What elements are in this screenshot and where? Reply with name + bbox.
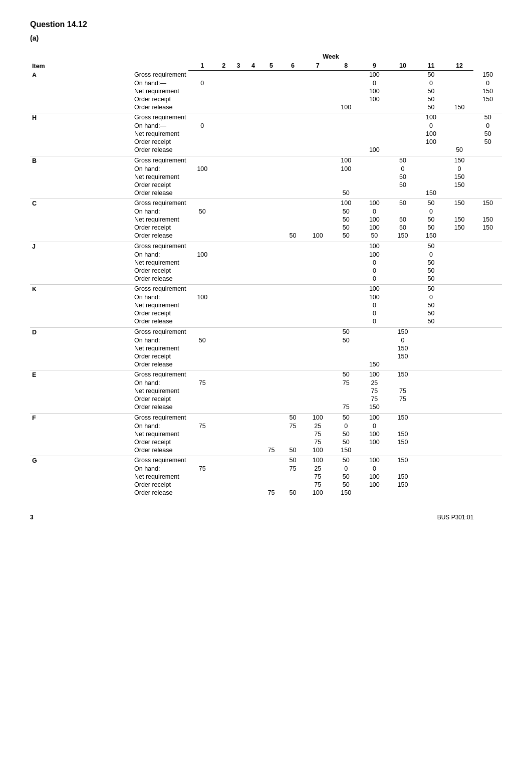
cell-H-r4-w9 <box>389 146 417 154</box>
cell-J-r3-w5 <box>282 267 304 275</box>
cell-B-r1-w10 <box>417 165 445 173</box>
row-label-B-4: Order release <box>130 189 188 197</box>
cell-J-r3-w11 <box>445 267 474 275</box>
row-label-K-0: Gross requirement <box>130 285 188 294</box>
cell-C-r2-w8: 100 <box>360 216 389 224</box>
cell-E-r4-w1 <box>216 403 231 411</box>
cell-H-r1-w7 <box>332 122 360 130</box>
cell-J-r2-w10: 50 <box>417 259 445 267</box>
item-letter-E <box>30 395 130 403</box>
cell-G-r3-w7: 50 <box>332 481 360 489</box>
cell-K-r2-w5 <box>282 301 304 309</box>
cell-H-r2-w5 <box>282 130 304 138</box>
cell-A-r4-w2 <box>231 103 245 111</box>
on-hand-val-G: 75 <box>188 465 217 473</box>
cell-K-r3-w9 <box>389 309 417 317</box>
cell-E-r2-w12 <box>473 387 502 395</box>
cell-F-r4-w1 <box>216 446 231 454</box>
cell-A-r1-w10: 0 <box>417 79 445 87</box>
cell-G-r3-w10 <box>417 481 445 489</box>
cell-C-r0-w5 <box>282 199 304 208</box>
cell-D-r2-w4 <box>260 344 282 352</box>
cell-C-r2-w7: 50 <box>332 216 360 224</box>
cell-A-r1-w2 <box>231 79 245 87</box>
empty-J-2 <box>188 259 217 267</box>
cell-K-r0-w2 <box>231 285 245 294</box>
cell-H-r1-w1 <box>216 122 231 130</box>
cell-D-r1-w11 <box>445 336 474 344</box>
cell-B-r0-w2 <box>231 156 245 165</box>
cell-A-r3-w3 <box>246 95 260 103</box>
cell-B-r2-w4 <box>260 173 282 181</box>
item-letter-A <box>30 87 130 95</box>
cell-E-r2-w8: 75 <box>360 387 389 395</box>
cell-J-r1-w2 <box>231 251 245 259</box>
cell-J-r1-w9 <box>389 251 417 259</box>
cell-F-r4-w7: 150 <box>332 446 360 454</box>
cell-C-r0-w10: 50 <box>417 199 445 208</box>
empty-A-0 <box>188 71 217 79</box>
row-label-C-4: Order release <box>130 232 188 240</box>
empty-D-0 <box>188 327 217 336</box>
cell-H-r1-w5 <box>282 122 304 130</box>
cell-G-r0-w10 <box>417 456 445 465</box>
cell-C-r4-w2 <box>231 232 245 240</box>
row-label-G-1: On hand: <box>130 465 188 473</box>
cell-E-r2-w11 <box>445 387 474 395</box>
cell-K-r4-w2 <box>231 317 245 325</box>
cell-J-r3-w6 <box>304 267 332 275</box>
cell-D-r0-w3 <box>246 327 260 336</box>
cell-A-r0-w11 <box>445 71 474 79</box>
cell-E-r1-w4 <box>260 379 282 387</box>
cell-A-r4-w7: 100 <box>332 103 360 111</box>
cell-H-r4-w4 <box>260 146 282 154</box>
cell-D-r0-w6 <box>304 327 332 336</box>
row-label-K-1: On hand: <box>130 293 188 301</box>
cell-H-r3-w9 <box>389 138 417 146</box>
cell-B-r0-w9: 50 <box>389 156 417 165</box>
cell-K-r4-w6 <box>304 317 332 325</box>
on-hand-val-A: 0 <box>188 79 217 87</box>
cell-J-r2-w11 <box>445 259 474 267</box>
cell-F-r4-w10 <box>417 446 445 454</box>
row-label-E-4: Order release <box>130 403 188 411</box>
cell-G-r3-w3 <box>246 481 260 489</box>
cell-G-r3-w5 <box>282 481 304 489</box>
cell-H-r0-w12: 50 <box>473 113 502 122</box>
cell-K-r2-w1 <box>216 301 231 309</box>
cell-E-r4-w6 <box>304 403 332 411</box>
page-number: 3 <box>30 499 130 521</box>
col-3: 3 <box>231 61 245 71</box>
item-letter-K <box>30 309 130 317</box>
cell-G-r3-w1 <box>216 481 231 489</box>
cell-D-r1-w8 <box>360 336 389 344</box>
cell-B-r0-w5 <box>282 156 304 165</box>
cell-J-r3-w8: 0 <box>360 267 389 275</box>
cell-B-r2-w3 <box>246 173 260 181</box>
cell-K-r0-w10: 50 <box>417 285 445 294</box>
cell-B-r1-w12 <box>473 165 502 173</box>
cell-K-r2-w7 <box>332 301 360 309</box>
cell-E-r4-w12 <box>473 403 502 411</box>
cell-H-r3-w7 <box>332 138 360 146</box>
cell-H-r2-w4 <box>260 130 282 138</box>
cell-B-r1-w5 <box>282 165 304 173</box>
cell-G-r4-w12 <box>473 489 502 497</box>
row-label-D-4: Order release <box>130 360 188 368</box>
cell-E-r4-w7: 75 <box>332 403 360 411</box>
cell-F-r2-w12 <box>473 430 502 438</box>
cell-A-r4-w11: 150 <box>445 103 474 111</box>
cell-E-r2-w9: 75 <box>389 387 417 395</box>
cell-C-r4-w8: 50 <box>360 232 389 240</box>
cell-K-r3-w4 <box>260 309 282 317</box>
cell-K-r0-w3 <box>246 285 260 294</box>
row-label-A-1: On hand:— <box>130 79 188 87</box>
cell-G-r3-w9: 150 <box>389 481 417 489</box>
row-label-J-2: Net requirement <box>130 259 188 267</box>
cell-H-r3-w10: 100 <box>417 138 445 146</box>
cell-K-r4-w4 <box>260 317 282 325</box>
cell-F-r0-w9: 150 <box>389 413 417 422</box>
row-label-H-0: Gross requirement <box>130 113 188 122</box>
cell-K-r2-w9 <box>389 301 417 309</box>
cell-G-r1-w4 <box>260 465 282 473</box>
